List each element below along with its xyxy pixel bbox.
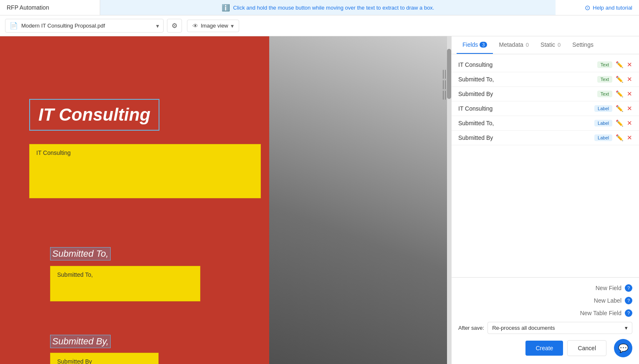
scrollbar-thumb[interactable] (447, 49, 451, 99)
create-button[interactable]: Create (525, 341, 563, 356)
file-name: Modern IT Consulting Proposal.pdf (21, 23, 153, 29)
field-delete-button-2[interactable]: ✕ (627, 90, 632, 98)
cancel-button[interactable]: Cancel (567, 340, 606, 356)
tab-settings-label: Settings (572, 41, 594, 48)
field-name-2: Submitted By (458, 91, 594, 97)
after-save-select[interactable]: Re-process all documents ▾ (487, 322, 632, 334)
tab-fields[interactable]: Fields 3 (457, 36, 493, 54)
view-selector[interactable]: 👁 Image view ▾ (187, 20, 239, 32)
key (445, 80, 446, 89)
field-delete-button-4[interactable]: ✕ (627, 119, 632, 127)
submitted-to-field-value: Submitted To, (57, 271, 93, 278)
new-field-help-icon[interactable]: ? (625, 284, 632, 292)
field-actions-1: ✏️ ✕ (616, 76, 632, 83)
main-layout: IT Consulting IT Consulting Submitted To… (0, 36, 639, 364)
submitted-to-field[interactable]: Submitted To, (50, 266, 200, 301)
field-row: Submitted By Text ✏️ ✕ (452, 87, 639, 101)
viewer-scrollbar[interactable] (447, 36, 451, 364)
panel-bottom: New Field ? New Label ? New Table Field … (452, 277, 639, 364)
tab-fields-label: Fields (462, 41, 478, 48)
new-label-label: New Label (594, 297, 621, 304)
field-badge-5: Label (594, 134, 612, 141)
key (445, 91, 446, 100)
new-table-field-help-icon[interactable]: ? (625, 309, 632, 317)
field-name-3: IT Consulting (458, 105, 591, 112)
help-label: Help and tutorial (593, 5, 632, 11)
info-icon: ℹ️ (222, 4, 230, 12)
info-banner: ℹ️ Click and hold the mouse button while… (100, 0, 556, 15)
tab-metadata-count: 0 (526, 42, 529, 48)
it-consulting-field[interactable]: IT Consulting (29, 144, 261, 198)
new-table-field-row: New Table Field ? (458, 309, 632, 317)
keyboard-photo (269, 36, 451, 364)
field-row: Submitted By Label ✏️ ✕ (452, 131, 639, 145)
key (443, 91, 444, 100)
after-save-row: After save: Re-process all documents ▾ (458, 322, 632, 334)
field-edit-button-4[interactable]: ✏️ (616, 119, 624, 127)
field-edit-button-1[interactable]: ✏️ (616, 76, 624, 83)
field-name-0: IT Consulting (458, 61, 594, 68)
help-icon: ⊙ (585, 4, 590, 12)
doc-title-box[interactable]: IT Consulting (29, 99, 159, 131)
field-name-1: Submitted To, (458, 76, 594, 83)
doc-title-text: IT Consulting (38, 105, 150, 124)
pdf-content: IT Consulting IT Consulting Submitted To… (0, 36, 451, 364)
field-actions-2: ✏️ ✕ (616, 90, 632, 98)
top-bar: RFP Automation ℹ️ Click and hold the mou… (0, 0, 639, 15)
app-title: RFP Automation (0, 0, 100, 15)
new-table-field-label: New Table Field (580, 310, 621, 316)
field-delete-button-0[interactable]: ✕ (627, 61, 632, 68)
key (443, 70, 444, 79)
chat-icon: 💬 (618, 343, 629, 353)
chat-button[interactable]: 💬 (614, 339, 632, 357)
filter-button[interactable]: ⚙ (167, 19, 182, 33)
field-actions-5: ✏️ ✕ (616, 134, 632, 142)
file-chevron-icon: ▾ (156, 23, 159, 29)
after-save-chevron-icon: ▾ (625, 325, 628, 331)
field-name-5: Submitted By (458, 134, 591, 141)
field-actions-4: ✏️ ✕ (616, 119, 632, 127)
tab-static-count: 0 (558, 42, 561, 48)
help-button[interactable]: ⊙ Help and tutorial (556, 0, 639, 15)
field-actions-3: ✏️ ✕ (616, 105, 632, 112)
field-edit-button-5[interactable]: ✏️ (616, 134, 624, 142)
field-delete-button-5[interactable]: ✕ (627, 134, 632, 142)
file-selector[interactable]: 📄 Modern IT Consulting Proposal.pdf ▾ (5, 19, 164, 33)
submitted-to-label-text: Submitted To, (52, 248, 109, 259)
field-row: IT Consulting Label ✏️ ✕ (452, 101, 639, 116)
new-field-row: New Field ? (458, 284, 632, 292)
tab-static[interactable]: Static 0 (535, 36, 566, 54)
field-edit-button-2[interactable]: ✏️ (616, 90, 624, 98)
field-delete-button-3[interactable]: ✕ (627, 105, 632, 112)
submitted-by-label-text: Submitted By, (52, 336, 109, 346)
it-consulting-field-value: IT Consulting (36, 149, 71, 156)
tab-metadata-label: Metadata (499, 41, 523, 48)
new-label-help-icon[interactable]: ? (625, 297, 632, 304)
field-actions-0: ✏️ ✕ (616, 61, 632, 68)
field-badge-1: Text (597, 76, 612, 83)
submitted-to-label: Submitted To, (50, 247, 111, 260)
action-buttons: Create Cancel 💬 (458, 339, 632, 357)
field-row: IT Consulting Text ✏️ ✕ (452, 58, 639, 72)
field-row: Submitted To, Text ✏️ ✕ (452, 72, 639, 87)
field-badge-3: Label (594, 105, 612, 112)
new-field-label: New Field (596, 285, 621, 291)
tab-fields-badge: 3 (480, 42, 487, 48)
eye-icon: 👁 (192, 23, 198, 29)
tab-static-label: Static (540, 41, 555, 48)
pdf-viewer: IT Consulting IT Consulting Submitted To… (0, 36, 451, 364)
field-row: Submitted To, Label ✏️ ✕ (452, 116, 639, 131)
tab-settings[interactable]: Settings (566, 36, 599, 54)
new-label-row: New Label ? (458, 297, 632, 304)
right-panel: Fields 3 Metadata 0 Static 0 Settings IT… (451, 36, 639, 364)
tab-metadata[interactable]: Metadata 0 (493, 36, 535, 54)
field-edit-button-0[interactable]: ✏️ (616, 61, 624, 68)
key (443, 80, 444, 89)
field-name-4: Submitted To, (458, 120, 591, 126)
submitted-by-field[interactable]: Submitted By (50, 353, 159, 364)
field-delete-button-1[interactable]: ✕ (627, 76, 632, 83)
panel-tabs: Fields 3 Metadata 0 Static 0 Settings (452, 36, 639, 54)
fields-list: IT Consulting Text ✏️ ✕ Submitted To, Te… (452, 54, 639, 277)
field-edit-button-3[interactable]: ✏️ (616, 105, 624, 112)
view-label: Image view (201, 23, 228, 29)
